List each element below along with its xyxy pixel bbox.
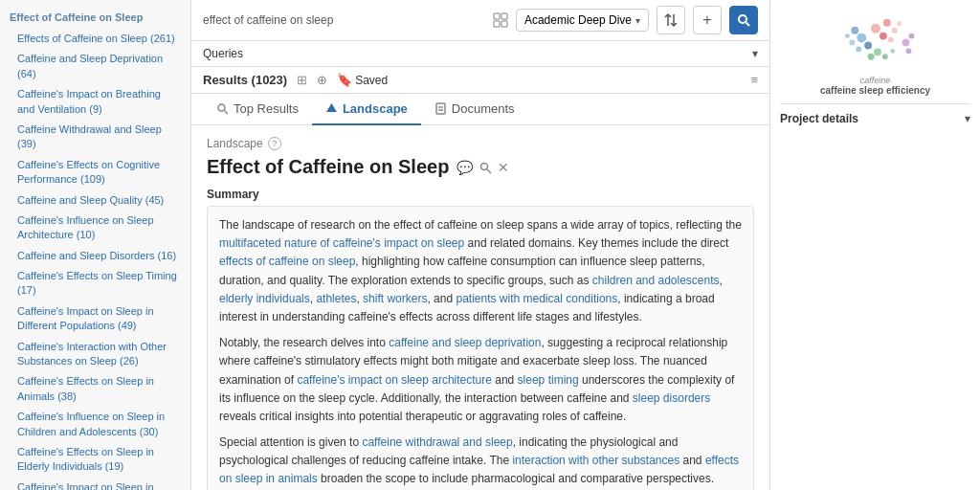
logo-text-area: caffeine caffeine sleep efficiency: [820, 76, 930, 96]
logo-brand-name: caffeine: [820, 76, 930, 85]
logo-area: caffeine caffeine sleep efficiency: [780, 10, 970, 96]
svg-point-27: [864, 42, 872, 50]
main-content: effect of caffeine on sleep Academic Dee…: [191, 0, 769, 490]
search-tab-icon: [216, 102, 229, 115]
svg-rect-11: [436, 103, 445, 114]
results-count: Results (1023): [203, 73, 287, 87]
search-small-icon[interactable]: [479, 161, 492, 174]
search-icon: [737, 13, 750, 27]
search-query-display: effect of caffeine on sleep: [203, 13, 485, 27]
summary-para-3: Special attention is given to caffeine w…: [219, 434, 742, 489]
tab-landscape-label: Landscape: [343, 101, 408, 116]
queries-label: Queries: [203, 47, 243, 60]
effect-title-row: Effect of Caffeine on Sleep 💬 ✕: [207, 156, 754, 178]
add-button[interactable]: +: [693, 6, 722, 34]
sidebar-item[interactable]: Caffeine's Effects on Sleep Timing (17): [0, 266, 190, 301]
sidebar-item[interactable]: Caffeine's Interaction with Other Substa…: [0, 337, 190, 372]
saved-badge[interactable]: 🔖 Saved: [337, 73, 388, 87]
sidebar-item[interactable]: Caffeine's Influence on Sleep Architectu…: [0, 211, 190, 246]
tab-landscape[interactable]: Landscape: [312, 94, 421, 125]
saved-label: Saved: [355, 74, 388, 87]
summary-section: Summary The landscape of research on the…: [207, 188, 754, 490]
resize-icon: [493, 12, 508, 28]
filter-icon[interactable]: ≡: [750, 73, 758, 87]
plus-icon: +: [702, 11, 711, 29]
svg-point-25: [851, 27, 858, 34]
svg-point-28: [856, 46, 861, 52]
tabs-container: Top Results Landscape Documents: [191, 94, 769, 125]
logo-tagline: caffeine sleep efficiency: [820, 85, 930, 96]
sidebar-item[interactable]: Caffeine's Impact on Breathing and Venti…: [0, 84, 190, 120]
share-icon[interactable]: ⊕: [317, 73, 327, 87]
svg-point-21: [879, 33, 886, 40]
effect-card: Effect of Caffeine on Sleep 💬 ✕ Summary …: [207, 156, 754, 490]
sidebar-item[interactable]: Caffeine's Impact on Sleep in Different …: [0, 301, 190, 337]
svg-point-8: [218, 104, 225, 111]
queries-arrow-icon: ▾: [752, 47, 758, 60]
svg-point-31: [881, 54, 887, 59]
sidebar-item[interactable]: Effects of Caffeine on Sleep (261): [0, 29, 190, 49]
svg-point-22: [887, 37, 893, 43]
svg-point-35: [908, 33, 914, 39]
effect-title: Effect of Caffeine on Sleep: [207, 156, 449, 178]
documents-tab-icon: [434, 102, 447, 115]
academic-deep-dive-dropdown[interactable]: Academic Deep Dive ▾: [516, 9, 649, 32]
topbar: effect of caffeine on sleep Academic Dee…: [191, 0, 769, 41]
svg-point-23: [897, 21, 902, 26]
sidebar-item[interactable]: Caffeine's Impact on Sleep in Patients w…: [0, 478, 190, 490]
svg-line-7: [746, 23, 750, 27]
landscape-section-label: Landscape: [207, 137, 263, 150]
comment-icon[interactable]: 💬: [457, 160, 473, 175]
sidebar-item[interactable]: Caffeine's Effects on Cognitive Performa…: [0, 155, 190, 190]
svg-point-20: [891, 28, 897, 33]
svg-rect-2: [494, 21, 500, 27]
svg-point-18: [871, 24, 880, 33]
sidebar-item[interactable]: Caffeine's Effects on Sleep in Elderly I…: [0, 442, 190, 478]
svg-rect-3: [501, 21, 507, 27]
svg-point-29: [844, 33, 849, 38]
dropdown-label: Academic Deep Dive: [524, 13, 632, 27]
expand-icon[interactable]: ⊞: [297, 73, 307, 87]
summary-label: Summary: [207, 188, 754, 201]
compare-icon-button[interactable]: [657, 6, 685, 34]
svg-point-34: [902, 39, 909, 47]
sidebar-item[interactable]: Caffeine and Sleep Disorders (16): [0, 246, 190, 266]
svg-point-14: [481, 163, 488, 169]
results-bar: Results (1023) ⊞ ⊕ 🔖 Saved ≡: [191, 67, 769, 94]
sidebar-item[interactable]: Caffeine's Influence on Sleep in Childre…: [0, 407, 190, 442]
close-icon[interactable]: ✕: [498, 160, 509, 175]
svg-point-26: [849, 40, 855, 46]
svg-rect-1: [501, 13, 507, 19]
tab-top-results[interactable]: Top Results: [203, 94, 312, 125]
search-button[interactable]: [729, 6, 758, 34]
project-details-bar[interactable]: Project details ▾: [780, 103, 970, 125]
landscape-tab-icon: [325, 102, 338, 115]
summary-box: The landscape of research on the effect …: [207, 206, 754, 490]
project-details-arrow-icon: ▾: [965, 112, 970, 125]
svg-marker-10: [326, 103, 337, 112]
right-panel: caffeine caffeine sleep efficiency Proje…: [769, 0, 980, 490]
svg-line-9: [225, 111, 229, 115]
tab-top-results-label: Top Results: [234, 101, 299, 116]
logo-graphic: [818, 10, 933, 76]
sidebar-item[interactable]: Caffeine's Effects on Sleep in Animals (…: [0, 371, 190, 407]
sidebar-item[interactable]: Caffeine Withdrawal and Sleep (39): [0, 120, 190, 155]
landscape-help-icon[interactable]: ?: [268, 137, 281, 150]
tab-documents[interactable]: Documents: [421, 94, 528, 125]
bookmark-icon: 🔖: [337, 73, 352, 87]
svg-point-36: [905, 48, 911, 54]
summary-para-2: Notably, the research delves into caffei…: [219, 334, 742, 426]
dropdown-arrow-icon: ▾: [635, 15, 640, 26]
svg-line-15: [487, 169, 491, 173]
tab-documents-label: Documents: [452, 101, 515, 116]
svg-point-6: [739, 15, 746, 23]
landscape-content: Landscape ? Effect of Caffeine on Sleep …: [191, 125, 769, 490]
sidebar-title[interactable]: Effect of Caffeine on Sleep: [0, 8, 190, 29]
sidebar-item[interactable]: Caffeine and Sleep Quality (45): [0, 190, 190, 211]
svg-point-24: [857, 33, 866, 43]
svg-point-33: [890, 49, 895, 54]
sidebar-item[interactable]: Caffeine and Sleep Deprivation (64): [0, 49, 190, 84]
project-details-label: Project details: [780, 112, 858, 125]
compare-icon: [663, 12, 679, 28]
queries-bar[interactable]: Queries ▾: [191, 41, 769, 67]
